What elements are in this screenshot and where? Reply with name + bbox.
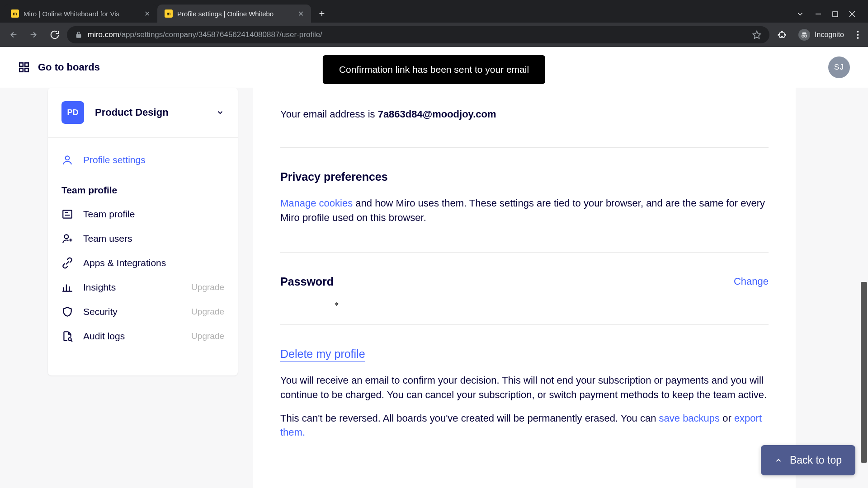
cursor-icon: ⌖: [335, 300, 339, 308]
upgrade-tag: Upgrade: [191, 307, 224, 317]
team-badge: PD: [61, 101, 84, 124]
svg-rect-13: [25, 63, 28, 66]
profile-card-icon: [61, 208, 73, 220]
save-backups-link[interactable]: save backups: [659, 413, 720, 424]
delete-profile-description-2: This can't be reversed. All boards you'v…: [280, 411, 769, 440]
extensions-icon[interactable]: [773, 26, 790, 43]
go-to-boards-label: Go to boards: [38, 61, 100, 73]
forward-button[interactable]: [25, 26, 42, 43]
chevron-up-icon: [774, 456, 783, 465]
sidebar-item-label: Security: [83, 306, 118, 317]
svg-point-8: [805, 35, 807, 38]
divider: [48, 137, 238, 138]
miro-favicon-icon: m: [11, 9, 19, 18]
sidebar-item-profile-settings[interactable]: Profile settings: [48, 148, 238, 172]
svg-point-11: [857, 37, 859, 39]
sidebar-item-team-profile[interactable]: Team profile: [48, 202, 238, 226]
scrollbar[interactable]: [860, 47, 868, 488]
email-address-line: Your email address is 7a863d84@moodjoy.c…: [280, 108, 769, 120]
svg-point-16: [66, 156, 70, 160]
svg-line-23: [66, 262, 69, 265]
page-content: Go to boards SJ Confirmation link has be…: [0, 47, 868, 488]
incognito-indicator[interactable]: Incognito: [794, 29, 849, 41]
password-heading: Password: [280, 275, 334, 288]
miro-favicon-icon: m: [165, 9, 173, 18]
boards-grid-icon: [18, 61, 30, 73]
reload-button[interactable]: [46, 26, 63, 43]
upgrade-tag: Upgrade: [191, 282, 224, 292]
back-to-top-label: Back to top: [790, 454, 842, 466]
svg-point-20: [65, 235, 69, 239]
chevron-down-icon: [216, 108, 224, 117]
url-text: miro.com/app/settings/company/3458764562…: [88, 30, 747, 39]
svg-rect-1: [833, 12, 838, 17]
divider: [280, 147, 769, 148]
svg-point-9: [857, 31, 859, 33]
new-tab-button[interactable]: +: [314, 5, 330, 22]
settings-sidebar: PD Product Design Profile settings Team …: [48, 88, 238, 375]
sidebar-item-insights[interactable]: Insights Upgrade: [48, 275, 238, 300]
settings-content: Your email address is 7a863d84@moodjoy.c…: [253, 88, 796, 488]
browser-tab-strip: m Miro | Online Whiteboard for Vis ✕ m P…: [0, 0, 868, 23]
back-to-top-button[interactable]: Back to top: [761, 445, 855, 475]
close-tab-icon[interactable]: ✕: [144, 9, 150, 18]
divider: [280, 252, 769, 253]
user-avatar[interactable]: SJ: [828, 56, 850, 78]
svg-rect-14: [19, 68, 23, 72]
sidebar-item-security[interactable]: Security Upgrade: [48, 300, 238, 324]
sidebar-item-team-users[interactable]: Team users: [48, 226, 238, 251]
window-minimize-icon[interactable]: [815, 11, 821, 17]
chart-icon: [61, 282, 73, 293]
sidebar-item-apps-integrations[interactable]: Apps & Integrations: [48, 251, 238, 275]
sidebar-item-label: Profile settings: [83, 155, 146, 165]
privacy-heading: Privacy preferences: [280, 170, 769, 183]
team-name: Product Design: [95, 107, 205, 118]
change-password-link[interactable]: Change: [734, 276, 769, 287]
svg-line-29: [71, 340, 72, 342]
sidebar-item-label: Team users: [83, 233, 132, 244]
window-controls: [796, 10, 864, 23]
toast-notification: Confirmation link has been sent to your …: [323, 55, 545, 84]
svg-rect-15: [25, 68, 28, 72]
delete-profile-description-1: You will receive an email to confirm you…: [280, 373, 769, 402]
scrollbar-thumb[interactable]: [861, 282, 867, 463]
tab-title: Profile settings | Online Whitebo: [177, 10, 293, 18]
close-tab-icon[interactable]: ✕: [298, 9, 304, 18]
incognito-label: Incognito: [815, 31, 844, 39]
shield-icon: [61, 306, 73, 318]
sidebar-item-label: Apps & Integrations: [83, 258, 166, 268]
back-button[interactable]: [5, 26, 22, 43]
sidebar-item-label: Insights: [83, 282, 116, 293]
tab-title: Miro | Online Whiteboard for Vis: [24, 10, 140, 18]
lock-icon: [75, 31, 82, 38]
svg-point-10: [857, 34, 859, 36]
svg-marker-6: [753, 31, 761, 39]
window-maximize-icon[interactable]: [832, 11, 838, 17]
address-bar[interactable]: miro.com/app/settings/company/3458764562…: [67, 26, 769, 43]
browser-tab-profile-settings[interactable]: m Profile settings | Online Whitebo ✕: [157, 5, 311, 23]
svg-point-28: [68, 338, 71, 341]
upgrade-tag: Upgrade: [191, 331, 224, 341]
divider: [280, 324, 769, 325]
browser-toolbar: miro.com/app/settings/company/3458764562…: [0, 23, 868, 47]
incognito-icon: [798, 29, 810, 41]
bookmark-star-icon[interactable]: [752, 30, 761, 39]
user-plus-icon: [61, 233, 73, 244]
sidebar-item-label: Team profile: [83, 209, 135, 220]
sidebar-item-label: Audit logs: [83, 331, 125, 342]
manage-cookies-link[interactable]: Manage cookies: [280, 197, 353, 209]
sidebar-section-title: Team profile: [48, 172, 238, 202]
tabs-dropdown-icon[interactable]: [796, 10, 804, 18]
browser-tab-miro-home[interactable]: m Miro | Online Whiteboard for Vis ✕: [4, 5, 157, 23]
window-close-icon[interactable]: [849, 11, 855, 17]
delete-profile-heading[interactable]: Delete my profile: [280, 347, 769, 361]
svg-point-7: [802, 35, 804, 38]
team-selector[interactable]: PD Product Design: [48, 88, 238, 137]
user-icon: [61, 154, 73, 166]
browser-menu-icon[interactable]: [852, 30, 863, 39]
privacy-description: Manage cookies and how Miro uses them. T…: [280, 196, 769, 225]
sidebar-item-audit-logs[interactable]: Audit logs Upgrade: [48, 324, 238, 348]
svg-rect-17: [63, 210, 72, 218]
svg-rect-12: [19, 63, 23, 66]
go-to-boards-link[interactable]: Go to boards: [18, 61, 100, 73]
